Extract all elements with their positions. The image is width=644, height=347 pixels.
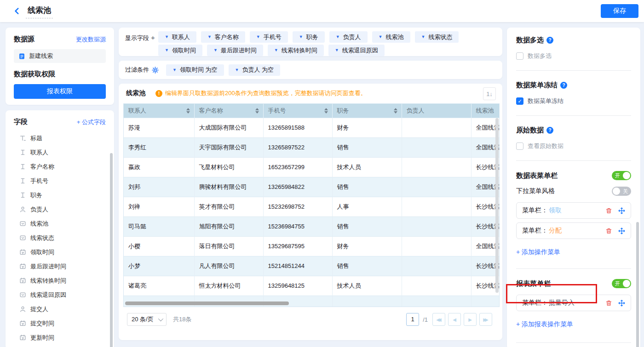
sort-asc-icon[interactable] xyxy=(186,108,190,110)
trash-icon[interactable] xyxy=(605,228,612,234)
checkbox-checked[interactable]: ✓ xyxy=(516,97,523,105)
sort-asc-icon[interactable] xyxy=(394,108,397,110)
table-menu-title-row: 数据表菜单栏 xyxy=(516,171,558,180)
trash-icon[interactable] xyxy=(605,300,612,307)
move-icon[interactable] xyxy=(618,300,625,307)
field-list-item[interactable]: 客户名称 xyxy=(14,159,106,174)
display-field-chip[interactable]: ▼线索转换时间 xyxy=(268,45,324,56)
sort-order-button[interactable]: 1↓ xyxy=(483,87,496,100)
display-field-chip[interactable]: ▼客户名称 xyxy=(201,31,245,43)
table-row[interactable]: 小梦凡人有限公司15214851244销售长沙线索池 xyxy=(124,256,500,276)
display-field-chip[interactable]: ▼领取时间 xyxy=(158,45,202,56)
move-icon[interactable] xyxy=(618,207,625,214)
add-formula-field-link[interactable]: + 公式字段 xyxy=(77,118,106,126)
field-list-item[interactable]: 线索池 xyxy=(14,216,106,231)
add-action-menu-link[interactable]: + 添加操作菜单 xyxy=(516,248,560,256)
sort-arrows-icon[interactable] xyxy=(394,108,397,114)
menu-bar-item[interactable]: 菜单栏：领取 xyxy=(516,202,631,219)
sort-arrows-icon[interactable] xyxy=(255,108,259,114)
settings-scrollbar[interactable] xyxy=(636,222,639,347)
sort-arrows-icon[interactable] xyxy=(186,108,190,114)
trash-icon[interactable] xyxy=(605,207,612,214)
save-button[interactable]: 保存 xyxy=(601,4,638,18)
field-list-item[interactable]: 提交人 xyxy=(14,302,106,316)
field-list-item[interactable]: 联系人 xyxy=(14,145,106,159)
page-number-input[interactable]: 1 xyxy=(406,313,419,326)
field-list-item[interactable]: 线索退回原因 xyxy=(14,288,106,302)
field-list-item[interactable]: 最后跟进时间 xyxy=(14,259,106,273)
sort-desc-icon[interactable] xyxy=(394,111,397,114)
display-field-chip-label: 最后跟进时间 xyxy=(221,46,257,55)
page-size-select[interactable]: 20 条/页 xyxy=(127,313,167,326)
report-menu-toggle[interactable]: 开 xyxy=(612,279,631,288)
next-page-button[interactable]: ▶ xyxy=(464,313,477,326)
sort-arrows-icon[interactable] xyxy=(324,108,328,114)
add-display-field-button[interactable]: + xyxy=(151,34,155,41)
table-row[interactable]: 司马懿旭阳有限公司15236984755销售长沙线索池 xyxy=(124,216,500,236)
table-row[interactable]: 嬴政飞星材料公司16523657299技术人员长沙线索池 xyxy=(124,157,500,177)
back-button[interactable] xyxy=(12,6,22,16)
table-row[interactable]: 刘禅英才有限公司15232698752人事长沙线索池 xyxy=(124,197,500,216)
sort-desc-icon[interactable] xyxy=(255,111,259,114)
prev-page-button[interactable]: ◀ xyxy=(448,313,461,326)
checkbox-unchecked[interactable] xyxy=(516,142,523,150)
add-report-action-menu-link[interactable]: + 添加报表操作菜单 xyxy=(516,320,573,329)
page-title[interactable]: 线索池 xyxy=(26,4,53,18)
table-row[interactable]: 诸葛亮恒太方材料公司13259648125技术人员长沙线索池 xyxy=(124,276,500,296)
display-field-chip[interactable]: ▼手机号 xyxy=(250,31,288,43)
field-list-item[interactable]: 手机号 xyxy=(14,174,106,188)
sort-asc-icon[interactable] xyxy=(324,108,328,110)
field-list-item[interactable]: 负责人 xyxy=(14,202,106,216)
filter-settings-gear-icon[interactable] xyxy=(152,67,159,74)
filter-condition-chip[interactable]: ▼负责人 为空 xyxy=(229,64,281,76)
table-row[interactable]: 李秀红天宇国际有限公司13265897522销售全国线索池 xyxy=(124,137,500,157)
settings-checkbox-row[interactable]: 查看原始数据 xyxy=(516,142,631,150)
display-field-chip[interactable]: ▼负责人 xyxy=(329,31,368,43)
display-field-chip[interactable]: ▼职务 xyxy=(293,31,325,43)
display-field-chip[interactable]: ▼最后跟进时间 xyxy=(207,45,263,56)
sort-desc-icon[interactable] xyxy=(324,111,328,114)
page-size-value: 20 条/页 xyxy=(132,315,154,324)
last-page-button[interactable]: ▶▶ xyxy=(479,313,492,326)
help-question-icon[interactable]: ? xyxy=(546,127,553,134)
field-list-item[interactable]: 线索转换时间 xyxy=(14,273,106,288)
move-icon[interactable] xyxy=(618,228,625,234)
settings-checkbox-row[interactable]: ✓数据菜单冻结 xyxy=(516,97,631,105)
field-list-item[interactable]: 标题 xyxy=(14,131,106,145)
field-list-item[interactable]: 更新时间 xyxy=(14,330,106,345)
help-question-icon[interactable]: ? xyxy=(546,37,553,44)
table-vertical-scrollbar[interactable] xyxy=(495,118,499,293)
field-list-item[interactable]: 线索状态 xyxy=(14,231,106,245)
table-horizontal-scrollbar[interactable] xyxy=(125,301,289,305)
display-field-chip[interactable]: ▼线索池 xyxy=(372,31,410,43)
display-field-chip[interactable]: ▼联系人 xyxy=(158,31,196,43)
filter-condition-chip[interactable]: ▼领取时间 为空 xyxy=(166,64,224,76)
fields-scrollbar[interactable] xyxy=(110,153,113,347)
chevron-down-icon xyxy=(158,316,163,321)
display-field-chip[interactable]: ▼线索退回原因 xyxy=(328,45,385,56)
settings-checkbox-row[interactable]: 数据多选 xyxy=(516,52,631,60)
menu-bar-item[interactable]: 菜单栏：分配 xyxy=(516,222,631,239)
first-page-button[interactable]: ◀◀ xyxy=(432,313,445,326)
table-cell: 刘邦 xyxy=(124,177,194,197)
table-row[interactable]: 苏漫大成国际有限公司13265891588财务全国线索池 xyxy=(124,118,500,137)
field-list-item[interactable]: 领取时间 xyxy=(14,245,106,259)
sort-asc-icon[interactable] xyxy=(255,108,259,110)
field-list-item[interactable]: 提交时间 xyxy=(14,316,106,330)
report-permission-button[interactable]: 报表权限 xyxy=(14,84,106,99)
checkbox-unchecked[interactable] xyxy=(516,52,523,60)
table-cell: 销售 xyxy=(332,137,402,157)
column-header-inner: 职务 xyxy=(333,107,402,115)
field-list-item[interactable]: 职务 xyxy=(14,188,106,202)
table-menu-toggle[interactable]: 开 xyxy=(612,171,631,180)
sort-desc-icon[interactable] xyxy=(186,111,190,114)
field-label: 手机号 xyxy=(30,177,48,185)
menu-bar-item[interactable]: 菜单栏：批量导入 xyxy=(516,295,631,311)
datasource-item[interactable]: 新建线索 xyxy=(14,49,106,63)
change-datasource-link[interactable]: 更改数据源 xyxy=(76,35,106,44)
help-question-icon[interactable]: ? xyxy=(560,82,567,89)
table-row[interactable]: 小樱落日有限公司13529687595财务全国线索池 xyxy=(124,236,500,256)
table-row[interactable]: 刘邦腾骏材料有限公司13265984822销售全国线索池 xyxy=(124,177,500,197)
dropdown-style-toggle[interactable]: 关 xyxy=(612,187,631,196)
display-field-chip[interactable]: ▼线索状态 xyxy=(415,31,459,43)
